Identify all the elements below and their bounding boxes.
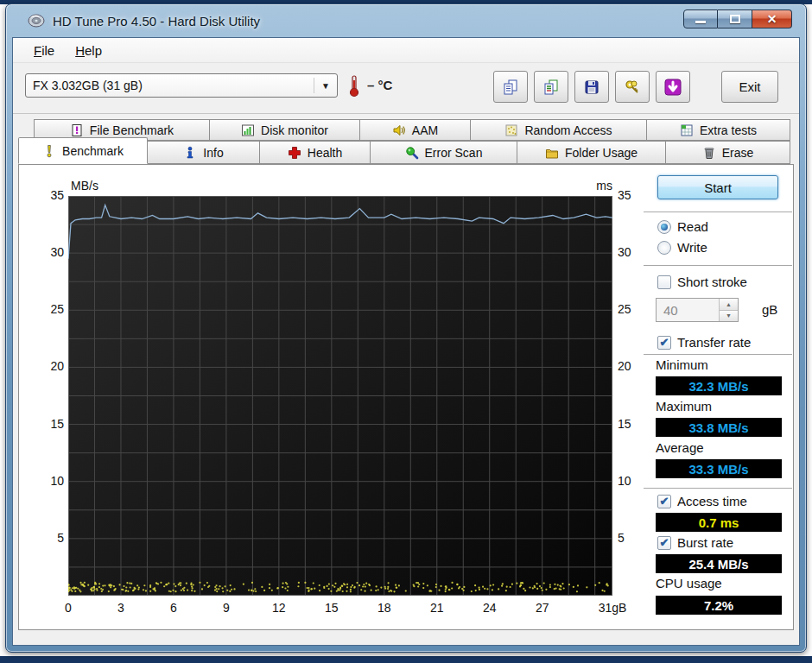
title-bar[interactable]: HD Tune Pro 4.50 - Hard Disk Utility ✕ (6, 4, 806, 37)
app-icon (27, 11, 46, 30)
short-stroke-option[interactable]: Short stroke (657, 275, 747, 289)
write-label: Write (677, 240, 707, 255)
axis-tick: 24 (471, 601, 509, 615)
menu-file[interactable]: File (23, 40, 65, 61)
tab-disk-monitor[interactable]: Disk monitor (210, 119, 360, 141)
transfer-rate-option[interactable]: ✔ Transfer rate (657, 335, 751, 350)
download-button[interactable] (656, 71, 690, 103)
minimize-button[interactable] (683, 9, 718, 28)
options-button[interactable] (615, 71, 650, 103)
tab-label: Health (308, 146, 342, 160)
short-stroke-label: Short stroke (677, 275, 747, 289)
tab-label: File Benchmark (90, 123, 174, 137)
cpu-usage-value: 7.2% (656, 596, 782, 615)
tab-label: Benchmark (62, 144, 124, 158)
tab-erase[interactable]: Erase (666, 141, 790, 164)
axis-tick: 25 (35, 302, 64, 316)
axis-tick: 15 (35, 417, 64, 431)
stepper-down-icon[interactable]: ▼ (720, 311, 738, 322)
exit-label: Exit (739, 79, 760, 94)
file-benchmark-icon (70, 123, 84, 137)
extra-tests-icon (680, 123, 694, 137)
tab-random-access[interactable]: Random Access (471, 119, 647, 141)
window-controls: ✕ (683, 9, 792, 28)
client-area: File Help FX 3.032GB (31 gB) ▼ – °C (12, 37, 800, 646)
menu-bar: File Help (13, 38, 799, 63)
tab-info[interactable]: Info (148, 141, 260, 164)
tab-label: Folder Usage (565, 146, 638, 160)
average-label: Average (656, 440, 704, 455)
axis-tick: 15 (313, 601, 351, 615)
tab-label: Info (203, 146, 223, 160)
burst-rate-readout: 25.4 MB/s (688, 557, 748, 571)
download-icon (663, 77, 683, 98)
stepper-up-icon[interactable]: ▲ (720, 299, 738, 311)
read-option[interactable]: Read (657, 219, 708, 234)
burst-rate-option[interactable]: ✔ Burst rate (657, 535, 733, 550)
health-icon (288, 146, 301, 160)
minimum-value: 32.3 MB/s (656, 376, 782, 395)
info-icon (183, 146, 197, 160)
tab-label: Erase (722, 146, 754, 160)
access-time-readout: 0.7 ms (699, 515, 739, 530)
copy-text-icon (501, 78, 520, 97)
start-button[interactable]: Start (657, 175, 778, 199)
tab-label: AAM (412, 123, 438, 137)
capacity-stepper[interactable]: 40 ▲ ▼ (656, 298, 739, 322)
tab-health[interactable]: Health (260, 141, 371, 164)
y-axis-unit-left: MB/s (71, 179, 98, 193)
y-axis-unit-right: ms (592, 179, 612, 193)
copy-image-button[interactable] (534, 71, 568, 103)
random-access-icon (504, 123, 518, 137)
divider (644, 212, 792, 212)
minimum-label: Minimum (656, 357, 708, 372)
close-icon: ✕ (767, 13, 777, 25)
copy-image-icon (542, 78, 561, 97)
access-time-checkbox[interactable]: ✔ (657, 495, 671, 508)
burst-rate-checkbox[interactable]: ✔ (657, 536, 671, 550)
read-label: Read (677, 219, 708, 234)
transfer-rate-checkbox[interactable]: ✔ (657, 336, 671, 350)
axis-tick: 31gB (593, 601, 631, 615)
axis-tick: 12 (260, 601, 298, 615)
drive-select-dropdown[interactable]: FX 3.032GB (31 gB) ▼ (25, 73, 338, 98)
divider (644, 354, 792, 355)
tab-error-scan[interactable]: Error Scan (371, 141, 517, 164)
write-radio[interactable] (657, 241, 671, 255)
access-time-option[interactable]: ✔ Access time (657, 494, 747, 508)
toolbar: FX 3.032GB (31 gB) ▼ – °C (13, 63, 799, 111)
tab-extra-tests[interactable]: Extra tests (647, 119, 790, 141)
read-radio[interactable] (657, 220, 671, 234)
disk-monitor-icon (241, 123, 255, 137)
axis-tick: 35 (618, 188, 647, 202)
maximum-value: 33.8 MB/s (656, 418, 782, 437)
chevron-down-icon: ▼ (314, 78, 330, 93)
copy-text-button[interactable] (493, 71, 528, 103)
plot-area (68, 196, 612, 596)
save-icon (582, 78, 601, 97)
tab-label: Disk monitor (261, 123, 328, 137)
tab-aam[interactable]: AAM (360, 119, 471, 141)
tab-folder-usage[interactable]: Folder Usage (517, 141, 666, 164)
exit-button[interactable]: Exit (721, 71, 778, 103)
write-option[interactable]: Write (657, 240, 707, 255)
axis-tick: 10 (35, 474, 64, 488)
axis-tick: 5 (35, 531, 64, 545)
menu-help[interactable]: Help (65, 40, 112, 61)
axis-tick: 20 (35, 359, 64, 373)
tab-row-top: File Benchmark Disk monitor (34, 119, 799, 141)
tab-label: Error Scan (425, 146, 483, 160)
transfer-rate-label: Transfer rate (677, 335, 751, 350)
axis-tick: 15 (618, 417, 647, 431)
save-button[interactable] (574, 71, 609, 103)
axis-tick: 6 (155, 601, 193, 615)
short-stroke-checkbox[interactable] (657, 275, 671, 289)
maximize-button[interactable] (718, 9, 752, 28)
minimize-icon (695, 21, 706, 23)
average-readout: 33.3 MB/s (688, 462, 748, 477)
toolbar-buttons (493, 71, 690, 103)
capacity-value: 40 (657, 299, 719, 321)
minimum-readout: 32.3 MB/s (688, 379, 748, 394)
close-button[interactable]: ✕ (752, 9, 792, 28)
tab-benchmark[interactable]: Benchmark (18, 137, 148, 164)
